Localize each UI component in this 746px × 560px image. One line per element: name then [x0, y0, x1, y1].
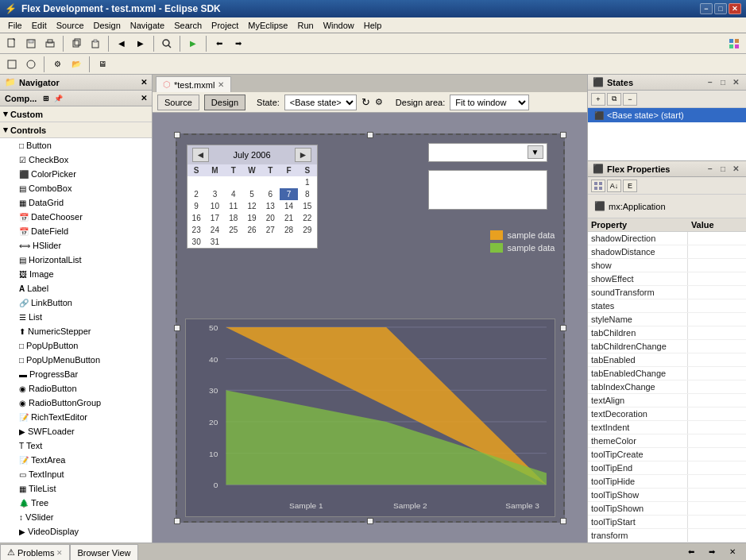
comp-vslider[interactable]: ↕ VSlider — [0, 510, 152, 524]
new-button[interactable] — [3, 35, 21, 52]
paste-button[interactable] — [87, 35, 104, 52]
menu-search[interactable]: Search — [169, 19, 207, 32]
prop-value[interactable] — [688, 232, 746, 245]
print-button[interactable] — [41, 35, 59, 52]
calendar-next-btn[interactable]: ► — [295, 148, 312, 162]
prop-row[interactable]: tabEnabled — [588, 353, 746, 367]
states-copy-btn[interactable]: ⧉ — [607, 93, 621, 106]
comp-swfloader[interactable]: ▶ SWFLoader — [0, 424, 152, 438]
menu-file[interactable]: File — [3, 19, 27, 32]
prop-row[interactable]: textIndent — [588, 421, 746, 434]
comp-checkbox[interactable]: ☑ CheckBox — [0, 153, 152, 167]
prop-value[interactable] — [688, 313, 746, 326]
textinput-widget[interactable] — [428, 170, 547, 210]
menu-edit[interactable]: Edit — [27, 19, 52, 32]
comp-label[interactable]: A Label — [0, 281, 152, 295]
prop-value[interactable] — [688, 529, 746, 543]
prop-value[interactable] — [688, 245, 746, 259]
copy-button[interactable] — [68, 35, 85, 52]
prop-value[interactable] — [688, 380, 746, 394]
comp-datefield[interactable]: 📅 DateField — [0, 224, 152, 238]
close-button[interactable]: ✕ — [729, 3, 741, 14]
prop-row[interactable]: show — [588, 259, 746, 272]
prop-value[interactable] — [688, 489, 746, 502]
prop-value[interactable] — [688, 340, 746, 353]
minimize-button[interactable]: − — [700, 3, 713, 14]
search-button[interactable] — [158, 35, 176, 52]
comp-radiobuttongroup[interactable]: ◉ RadioButtonGroup — [0, 396, 152, 410]
comp-datagrid[interactable]: ▦ DataGrid — [0, 195, 152, 210]
prop-row[interactable]: textAlign — [588, 394, 746, 407]
prop-value[interactable] — [688, 394, 746, 407]
prop-row[interactable]: showEffect — [588, 272, 746, 286]
comp-datechooser[interactable]: 📅 DateChooser — [0, 210, 152, 224]
tb2-btn1[interactable] — [3, 56, 21, 73]
bottom-btn2[interactable]: ➡ — [703, 543, 721, 560]
editor-tab-close[interactable]: ✕ — [218, 80, 224, 89]
problems-close-btn[interactable]: ✕ — [56, 549, 63, 557]
tb2-btn4[interactable]: 📂 — [68, 56, 85, 73]
design-button[interactable]: Design — [204, 95, 245, 110]
states-delete-btn[interactable]: − — [623, 93, 637, 106]
calendar-widget[interactable]: ◄ July 2006 ► SMTWTFS 1 — [187, 145, 318, 249]
comp-videodisplay[interactable]: ▶ VideoDisplay — [0, 524, 152, 539]
comp-popupmenubutton[interactable]: □ PopUpMenuButton — [0, 353, 152, 367]
prop-value[interactable] — [688, 259, 746, 272]
tb2-btn5[interactable]: 🖥 — [94, 56, 111, 73]
menu-run[interactable]: Run — [292, 19, 318, 32]
bottom-btn1[interactable]: ⬅ — [682, 543, 700, 560]
prop-row[interactable]: toolTipShown — [588, 502, 746, 516]
state-select[interactable]: <Base state> — [284, 95, 357, 110]
prop-row[interactable]: shadowDistance — [588, 245, 746, 259]
navigator-close-btn[interactable]: ✕ — [141, 78, 147, 87]
prop-value[interactable] — [688, 326, 746, 340]
flex-props-close-btn[interactable]: ✕ — [730, 164, 741, 175]
prop-value[interactable] — [688, 475, 746, 489]
perspectives-button[interactable] — [725, 35, 743, 52]
comp-image[interactable]: 🖼 Image — [0, 267, 152, 281]
component-panel-expand-btn[interactable]: ⊞ — [43, 95, 49, 102]
prop-row[interactable]: tabChildren — [588, 326, 746, 340]
menu-help[interactable]: Help — [359, 19, 387, 32]
prop-value[interactable] — [688, 448, 746, 462]
flex-props-max-btn[interactable]: □ — [717, 164, 729, 175]
prop-row[interactable]: toolTipStart — [588, 516, 746, 529]
prop-value[interactable] — [688, 462, 746, 475]
maximize-button[interactable]: □ — [714, 3, 727, 14]
source-button[interactable]: Source — [157, 95, 199, 110]
back-button[interactable]: ◀ — [113, 35, 130, 52]
tree-section-controls[interactable]: ▾ Controls — [0, 122, 152, 138]
comp-tilelist[interactable]: ▦ TileList — [0, 481, 152, 496]
editor-tab-testmxml[interactable]: ⬡ *test.mxml ✕ — [156, 76, 231, 92]
save-button[interactable] — [22, 35, 40, 52]
design-area-select[interactable]: Fit to window — [450, 95, 529, 110]
props-category-btn[interactable] — [591, 180, 605, 192]
tb2-btn3[interactable]: ⚙ — [48, 56, 66, 73]
calendar-prev-btn[interactable]: ◄ — [192, 148, 210, 162]
comp-linkbutton[interactable]: 🔗 LinkButton — [0, 295, 152, 310]
comp-progressbar[interactable]: ▬ ProgressBar — [0, 367, 152, 381]
menu-navigate[interactable]: Navigate — [126, 19, 169, 32]
prop-value[interactable] — [688, 434, 746, 448]
prop-row[interactable]: shadowDirection — [588, 232, 746, 245]
component-panel-pin-btn[interactable]: 📌 — [54, 95, 63, 102]
comp-textarea[interactable]: 📝 TextArea — [0, 453, 152, 467]
prop-row[interactable]: themeColor — [588, 434, 746, 448]
comp-radiobutton[interactable]: ◉ RadioButton — [0, 381, 152, 396]
prop-value[interactable] — [688, 299, 746, 313]
states-panel-close-btn[interactable]: ✕ — [730, 77, 741, 88]
component-panel-close-btn[interactable]: ✕ — [141, 94, 147, 102]
menu-project[interactable]: Project — [207, 19, 243, 32]
dropdown-arrow-icon[interactable]: ▼ — [528, 145, 543, 159]
states-panel-min-btn[interactable]: − — [705, 77, 716, 88]
comp-horizontallist[interactable]: ▤ HorizontalList — [0, 253, 152, 267]
prop-row[interactable]: toolTipEnd — [588, 462, 746, 475]
props-alpha-btn[interactable]: A↓ — [607, 180, 621, 192]
forward-button[interactable]: ▶ — [132, 35, 149, 52]
bottom-tab-browser[interactable]: Browser View — [70, 544, 137, 560]
prop-value[interactable] — [688, 502, 746, 516]
bottom-tab-problems[interactable]: ⚠ Problems ✕ — [0, 544, 70, 560]
comp-button[interactable]: □ Button — [0, 138, 152, 153]
prop-value[interactable] — [688, 407, 746, 421]
comp-text[interactable]: T Text — [0, 438, 152, 453]
